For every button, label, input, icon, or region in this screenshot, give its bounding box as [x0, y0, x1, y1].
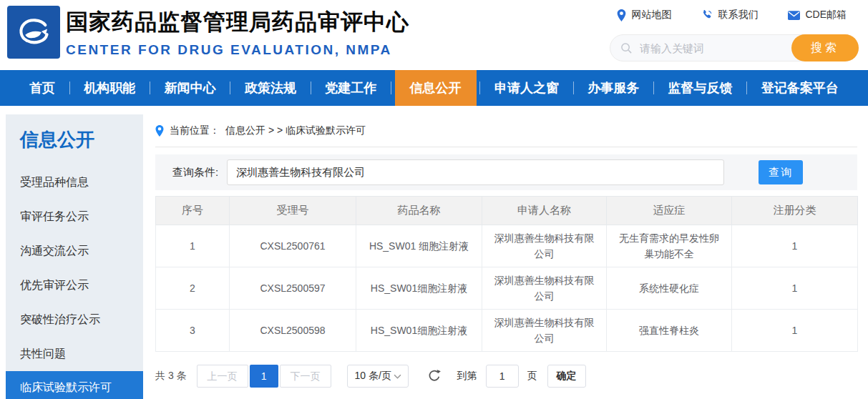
sitemap-link[interactable]: 网站地图	[617, 9, 671, 21]
column-header: 受理号	[230, 197, 356, 225]
sidebar-item-6[interactable]: 临床试验默示许可	[6, 371, 143, 399]
table-cell: 无生育需求的早发性卵巢功能不全	[607, 225, 732, 267]
sidebar-item-4[interactable]: 突破性治疗公示	[6, 302, 143, 337]
nav-item-7[interactable]: 办事服务	[577, 70, 650, 106]
table-cell: CXSL2500598	[230, 310, 356, 352]
table-row: 2CXSL2500597HS_SW01细胞注射液深圳惠善生物科技有限公司系统性硬…	[156, 267, 858, 310]
column-header: 适应症	[607, 197, 732, 225]
refresh-icon[interactable]	[427, 369, 442, 383]
location-pin-icon	[617, 9, 626, 21]
site-title-en: CENTER FOR DRUG EVALUATION, NMPA	[66, 42, 409, 58]
fish-swirl-icon	[13, 11, 54, 53]
table-row: 1CXSL2500761HS_SW01 细胞注射液深圳惠善生物科技有限公司无生育…	[156, 225, 858, 267]
column-header: 药品名称	[356, 197, 482, 225]
query-button[interactable]: 查询	[759, 160, 803, 184]
nav-separator	[479, 82, 480, 94]
nav-item-8[interactable]: 监督与反馈	[658, 70, 743, 106]
main-nav: 首页机构职能新闻中心政策法规党建工作信息公开申请人之窗办事服务监督与反馈登记备案…	[0, 70, 868, 106]
nav-separator	[150, 82, 150, 94]
confirm-button[interactable]: 确定	[547, 365, 586, 388]
nav-item-6[interactable]: 申请人之窗	[484, 70, 570, 106]
sidebar-item-0[interactable]: 受理品种信息	[6, 165, 143, 200]
nav-item-3[interactable]: 政策法规	[234, 70, 307, 106]
nav-separator	[653, 82, 654, 94]
phone-icon	[701, 9, 713, 21]
table-cell: HS_SW01 细胞注射液	[356, 225, 482, 267]
table-cell: 强直性脊柱炎	[607, 310, 732, 352]
sidebar-title: 信息公开	[6, 114, 143, 165]
results-table: 序号受理号药品名称申请人名称适应症注册分类 1CXSL2500761HS_SW0…	[155, 196, 858, 352]
header-search: 搜索	[610, 34, 859, 61]
total-count: 共 3 条	[155, 370, 187, 383]
breadcrumb-pin-icon	[155, 125, 164, 137]
pagination: 共 3 条 上一页 1 下一页 10 条/页 到第 页 确定	[155, 365, 857, 388]
table-cell: 2	[156, 267, 230, 310]
sitemap-label: 网站地图	[631, 9, 671, 21]
table-cell: 3	[156, 310, 230, 352]
nav-separator	[69, 82, 70, 94]
nav-separator	[746, 82, 747, 94]
table-row: 3CXSL2500598HS_SW01细胞注射液深圳惠善生物科技有限公司强直性脊…	[156, 310, 858, 352]
chevron-down-icon	[394, 374, 401, 379]
contact-link[interactable]: 联系我们	[701, 9, 758, 21]
prev-page-button[interactable]: 上一页	[197, 365, 248, 388]
page-size-select[interactable]: 10 条/页	[347, 365, 409, 388]
table-cell: 1	[156, 225, 230, 267]
goto-page-suffix: 页	[527, 370, 537, 383]
cde-mail-link[interactable]: CDE邮箱	[788, 9, 847, 21]
table-header-row: 序号受理号药品名称申请人名称适应症注册分类	[156, 197, 858, 225]
search-button[interactable]: 搜索	[791, 34, 859, 61]
query-bar: 查询条件: 查询	[155, 154, 857, 190]
content: 信息公开 受理品种信息审评任务公示沟通交流公示优先审评公示突破性治疗公示共性问题…	[0, 106, 868, 399]
table-cell: CXSL2500597	[230, 267, 356, 310]
sidebar: 信息公开 受理品种信息审评任务公示沟通交流公示优先审评公示突破性治疗公示共性问题…	[6, 114, 143, 399]
nav-item-5[interactable]: 信息公开	[395, 70, 477, 106]
table-cell: HS_SW01细胞注射液	[356, 310, 482, 352]
current-page-button[interactable]: 1	[250, 365, 278, 388]
column-header: 序号	[156, 197, 230, 225]
nav-separator	[230, 82, 230, 94]
goto-page-label: 到第	[457, 370, 477, 383]
sidebar-item-1[interactable]: 审评任务公示	[6, 200, 143, 234]
next-page-button[interactable]: 下一页	[280, 365, 331, 388]
query-input[interactable]	[227, 159, 724, 185]
nav-item-1[interactable]: 机构职能	[73, 70, 146, 106]
sidebar-item-2[interactable]: 沟通交流公示	[6, 234, 143, 268]
contact-label: 联系我们	[718, 9, 758, 21]
breadcrumb-divider	[155, 147, 857, 147]
table-body: 1CXSL2500761HS_SW01 细胞注射液深圳惠善生物科技有限公司无生育…	[156, 225, 858, 352]
breadcrumb-prefix: 当前位置：	[170, 124, 220, 137]
nav-separator	[391, 82, 391, 94]
goto-page-input[interactable]	[486, 365, 519, 388]
table-cell: 深圳惠善生物科技有限公司	[482, 267, 607, 310]
site-title-cn: 国家药品监督管理局药品审评中心	[66, 7, 409, 37]
table-cell: 系统性硬化症	[607, 267, 732, 310]
sidebar-item-5[interactable]: 共性问题	[6, 337, 143, 371]
table-cell: 1	[732, 225, 858, 267]
cde-logo	[7, 6, 60, 59]
breadcrumb-path[interactable]: 信息公开 > > 临床试验默示许可	[225, 124, 366, 137]
site-header: 国家药品监督管理局药品审评中心 CENTER FOR DRUG EVALUATI…	[0, 0, 868, 70]
search-icon	[620, 42, 633, 54]
site-titles: 国家药品监督管理局药品审评中心 CENTER FOR DRUG EVALUATI…	[66, 7, 409, 58]
table-cell: HS_SW01细胞注射液	[356, 267, 482, 310]
nav-separator	[311, 82, 311, 94]
table-cell: 1	[732, 310, 858, 352]
column-header: 申请人名称	[482, 197, 607, 225]
page-size-value: 10 条/页	[355, 370, 391, 383]
nav-item-4[interactable]: 党建工作	[314, 70, 387, 106]
quick-links: 网站地图 联系我们 CDE邮箱	[617, 9, 847, 21]
query-label: 查询条件:	[172, 166, 218, 179]
sidebar-menu: 受理品种信息审评任务公示沟通交流公示优先审评公示突破性治疗公示共性问题临床试验默…	[6, 165, 143, 399]
nav-item-2[interactable]: 新闻中心	[154, 70, 227, 106]
nav-item-9[interactable]: 登记备案平台	[751, 70, 849, 106]
nav-separator	[573, 82, 574, 94]
table-cell: 1	[732, 267, 858, 310]
table-cell: 深圳惠善生物科技有限公司	[482, 225, 607, 267]
mail-icon	[788, 11, 800, 20]
column-header: 注册分类	[732, 197, 858, 225]
table-cell: 深圳惠善生物科技有限公司	[482, 310, 607, 352]
sidebar-item-3[interactable]: 优先审评公示	[6, 268, 143, 302]
table-cell: CXSL2500761	[230, 225, 356, 267]
nav-item-0[interactable]: 首页	[19, 70, 66, 106]
